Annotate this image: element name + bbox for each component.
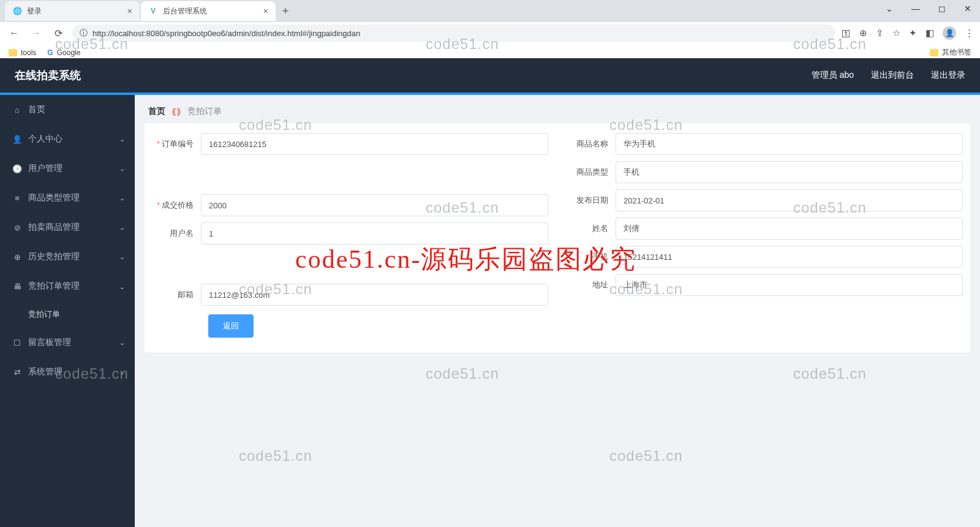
field-product-name: 商品名称	[567, 132, 963, 156]
sidebar-item-bid-order[interactable]: 🖶竞拍订单管理⌃	[0, 271, 135, 301]
zoom-icon[interactable]: ⊕	[859, 28, 867, 39]
publish-date-input[interactable]	[616, 189, 963, 211]
logout-link[interactable]: 退出登录	[931, 70, 965, 81]
chevron-down-icon: ⌄	[119, 165, 125, 173]
product-type-input[interactable]	[616, 161, 963, 183]
email-input[interactable]	[201, 284, 548, 306]
username-input[interactable]	[201, 222, 548, 245]
app-header: 在线拍卖系统 管理员 abo 退出到前台 退出登录	[0, 58, 980, 95]
detail-panel: *订单编号 *成交价格 用户名	[145, 123, 970, 352]
chevron-up-icon: ⌃	[119, 282, 125, 290]
field-product-type: 商品类型	[567, 160, 963, 184]
bookmark-google[interactable]: GGoogle	[47, 48, 80, 57]
field-deal-price: *成交价格	[152, 193, 548, 218]
circle-slash-icon: ⊘	[12, 223, 22, 232]
field-realname: 姓名	[567, 216, 963, 241]
sidebar-item-message[interactable]: ☐留言板管理⌄	[0, 328, 135, 357]
tab-title: 登录	[27, 6, 123, 17]
sidebar-item-history[interactable]: ⊕历史竞拍管理⌄	[0, 242, 135, 271]
menu-icon[interactable]: ⋮	[965, 28, 974, 39]
toolbar-icons: ⚿ ⊕ ⇪ ☆ ✦ ◧ 👤 ⋮	[842, 26, 974, 40]
globe-icon: 🌐	[12, 6, 22, 16]
plus-circle-icon: ⊕	[12, 252, 22, 262]
realname-input[interactable]	[616, 218, 963, 240]
address-input[interactable]	[616, 274, 963, 296]
close-icon[interactable]: ×	[263, 6, 268, 16]
breadcrumb-icon: ⟪⟫	[172, 107, 181, 116]
field-phone: 手机	[567, 245, 963, 269]
breadcrumb-current: 竞拍订单	[187, 106, 222, 117]
window-controls: ⌄ — ◻ ✕	[882, 2, 975, 15]
sidebar-item-product-type[interactable]: ≡商品类型管理⌄	[0, 183, 135, 213]
field-address: 地址	[567, 273, 963, 297]
google-icon: G	[47, 48, 53, 57]
app-root: 在线拍卖系统 管理员 abo 退出到前台 退出登录 ⌂首页 👤个人中心⌄ 🕓用户…	[0, 58, 980, 527]
sidebar-item-auction-product[interactable]: ⊘拍卖商品管理⌄	[0, 213, 135, 242]
browser-chrome: 🌐 登录 × V 后台管理系统 × + ⌄ — ◻ ✕ ← → ⟳ ⓘ http…	[0, 0, 980, 58]
home-icon: ⌂	[12, 105, 22, 115]
key-icon[interactable]: ⚿	[842, 28, 851, 39]
product-name-input[interactable]	[616, 133, 963, 155]
vue-icon: V	[148, 6, 158, 16]
breadcrumb-home[interactable]: 首页	[148, 106, 165, 117]
bookmark-other[interactable]: 其他书签	[930, 47, 971, 58]
exit-front-link[interactable]: 退出到前台	[871, 70, 914, 81]
bookmark-tools[interactable]: tools	[9, 48, 36, 57]
breadcrumb: 首页 ⟪⟫ 竞拍订单	[145, 102, 970, 123]
header-right: 管理员 abo 退出到前台 退出登录	[812, 70, 965, 81]
sidebar-item-home[interactable]: ⌂首页	[0, 95, 135, 124]
content-area: 首页 ⟪⟫ 竞拍订单 *订单编号 *成交价格	[135, 95, 980, 527]
extensions-icon[interactable]: ✦	[909, 28, 917, 39]
close-icon[interactable]: ✕	[960, 2, 975, 15]
order-no-input[interactable]	[201, 133, 548, 155]
chevron-down-icon: ⌄	[119, 339, 125, 347]
current-user-link[interactable]: 管理员 abo	[812, 70, 854, 81]
new-tab-button[interactable]: +	[277, 2, 294, 20]
field-username: 用户名	[152, 221, 548, 246]
url-text: http://localhost:8080/springbootp0eo6/ad…	[92, 29, 828, 38]
sidebar-item-system[interactable]: ⇄系统管理⌄	[0, 357, 135, 387]
share-icon[interactable]: ⇪	[876, 28, 884, 39]
back-button[interactable]: 返回	[208, 314, 254, 338]
chevron-down-icon: ⌄	[119, 135, 125, 143]
info-icon: ⓘ	[80, 28, 88, 39]
sidebar-item-users[interactable]: 🕓用户管理⌄	[0, 154, 135, 183]
browser-tab-2[interactable]: V 后台管理系统 ×	[141, 1, 276, 21]
reload-button[interactable]: ⟳	[50, 25, 66, 41]
deal-price-input[interactable]	[201, 194, 548, 216]
bookmark-icon[interactable]: ☆	[892, 28, 900, 39]
minimize-icon[interactable]: —	[908, 2, 924, 15]
print-icon: 🖶	[12, 282, 22, 291]
chevron-down-icon[interactable]: ⌄	[882, 2, 897, 15]
clock-icon: 🕓	[12, 164, 22, 173]
square-icon: ☐	[12, 338, 22, 347]
tab-strip: 🌐 登录 × V 后台管理系统 × +	[0, 0, 980, 22]
chevron-down-icon: ⌄	[119, 224, 125, 232]
sidebar-item-profile[interactable]: 👤个人中心⌄	[0, 124, 135, 154]
forward-button[interactable]: →	[28, 25, 44, 41]
sidebar: ⌂首页 👤个人中心⌄ 🕓用户管理⌄ ≡商品类型管理⌄ ⊘拍卖商品管理⌄ ⊕历史竞…	[0, 95, 135, 527]
panel-icon[interactable]: ◧	[925, 28, 934, 39]
app-title: 在线拍卖系统	[15, 68, 81, 83]
close-icon[interactable]: ×	[127, 6, 132, 16]
browser-tab-1[interactable]: 🌐 登录 ×	[5, 1, 140, 21]
tab-title: 后台管理系统	[163, 6, 258, 17]
field-order-no: *订单编号	[152, 132, 548, 156]
form-grid: *订单编号 *成交价格 用户名	[152, 128, 963, 338]
profile-icon[interactable]: 👤	[943, 26, 956, 40]
folder-icon	[930, 49, 938, 56]
phone-input[interactable]	[616, 246, 963, 268]
chevron-down-icon: ⌄	[119, 194, 125, 202]
field-publish-date: 发布日期	[567, 188, 963, 213]
address-toolbar: ← → ⟳ ⓘ http://localhost:8080/springboot…	[0, 22, 980, 44]
swap-icon: ⇄	[12, 368, 22, 377]
chevron-down-icon: ⌄	[119, 253, 125, 261]
app-body: ⌂首页 👤个人中心⌄ 🕓用户管理⌄ ≡商品类型管理⌄ ⊘拍卖商品管理⌄ ⊕历史竞…	[0, 95, 980, 527]
sidebar-subitem-bid-order[interactable]: 竞拍订单	[0, 301, 135, 328]
chevron-down-icon: ⌄	[119, 368, 125, 376]
address-bar[interactable]: ⓘ http://localhost:8080/springbootp0eo6/…	[72, 25, 835, 42]
folder-icon	[9, 49, 17, 56]
field-email: 邮箱	[152, 282, 548, 307]
maximize-icon[interactable]: ◻	[935, 2, 949, 15]
back-button[interactable]: ←	[6, 25, 22, 41]
